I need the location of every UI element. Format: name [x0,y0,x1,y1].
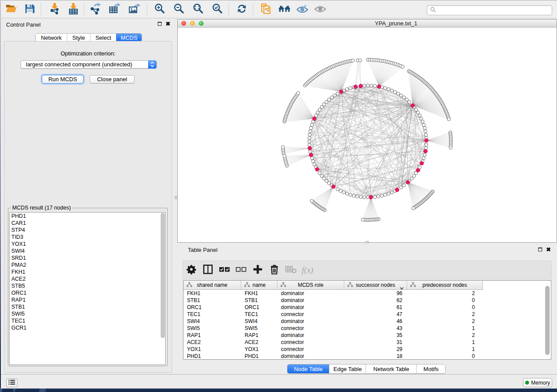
cell-mcds_role[interactable]: dominator [281,297,304,303]
table-row[interactable]: RAP1RAP1dominator352 [183,332,551,339]
show-all-button[interactable] [313,3,327,16]
column-header-shared-name[interactable]: shared name [183,281,241,289]
ring-node[interactable] [320,174,323,177]
leaf-node[interactable] [401,65,404,68]
mcds-hub-node[interactable] [308,146,312,150]
mcds-hub-node[interactable] [369,196,373,199]
float-table-panel-icon[interactable] [538,248,542,251]
cell-mcds_role[interactable]: dominator [281,332,304,338]
window-minimize-icon[interactable] [190,21,195,26]
ring-node[interactable] [387,192,390,195]
import-network-button[interactable] [48,3,62,16]
window-maximize-icon[interactable] [199,21,204,26]
close-panel-icon[interactable]: ✖ [166,22,170,26]
memory-button[interactable]: Memory [523,378,552,387]
run-mcds-button[interactable]: Run MCDS [42,75,83,83]
ring-node[interactable] [424,133,427,136]
cell-mcds_role[interactable]: connector [281,325,304,331]
ring-node[interactable] [363,196,366,199]
cell-name[interactable]: ORC1 [245,304,259,310]
leaf-node[interactable] [361,218,364,221]
mcds-result-item[interactable]: PHD1 [10,213,165,220]
delete-column-button[interactable] [269,265,280,276]
zoom-fit-button[interactable] [191,3,205,16]
ring-node[interactable] [311,160,315,163]
cell-shared_name[interactable]: ACE2 [187,339,201,345]
ring-node[interactable] [346,192,349,195]
table-row[interactable]: YOX1YOX1connector291 [183,346,551,353]
mcds-result-item[interactable]: ACE2 [10,275,165,282]
cell-name[interactable]: FKH1 [245,290,258,296]
cell-successor_nodes[interactable]: 47 [397,311,402,317]
tab-motifs[interactable]: Motifs [416,364,445,373]
ring-node[interactable] [390,89,393,92]
cell-predecessor_nodes[interactable]: 2 [472,290,475,296]
mcds-list-scrollbar[interactable] [161,213,165,338]
ring-node[interactable] [422,123,425,126]
mcds-result-item[interactable]: STB5 [10,282,165,289]
table-row[interactable]: SWI4SWI4dominator462 [183,318,551,325]
leaf-node[interactable] [447,118,450,121]
ring-node[interactable] [356,195,359,198]
ring-node[interactable] [309,150,312,153]
leaf-node[interactable] [412,206,415,210]
cell-predecessor_nodes[interactable]: 1 [472,325,475,331]
export-table-button[interactable] [107,3,121,16]
mcds-hub-node[interactable] [312,117,316,121]
ring-node[interactable] [424,130,427,133]
leaf-node[interactable] [351,59,354,62]
ring-node[interactable] [410,177,413,180]
mcds-result-item[interactable]: CAR1 [10,220,165,227]
mcds-result-item[interactable]: SWI4 [10,248,165,254]
mcds-result-item[interactable]: STP4 [10,227,165,234]
ring-node[interactable] [370,84,373,87]
ring-node[interactable] [313,163,316,166]
cell-successor_nodes[interactable]: 29 [397,346,402,352]
mcds-result-item[interactable]: STB1 [10,303,165,310]
mcds-result-item[interactable]: YOX1 [10,241,165,248]
cell-successor_nodes[interactable]: 62 [397,297,402,303]
tab-select[interactable]: Select [90,34,116,41]
mcds-result-item[interactable]: PMA2 [10,261,165,268]
cell-predecessor_nodes[interactable]: 1 [472,339,475,345]
cell-predecessor_nodes[interactable]: 1 [472,346,475,352]
cell-name[interactable]: ACE2 [245,339,258,345]
tab-edge-table[interactable]: Edge Table [329,364,366,373]
ring-node[interactable] [384,86,387,89]
ring-node[interactable] [363,84,366,87]
ring-node[interactable] [374,84,377,87]
cell-mcds_role[interactable]: dominator [281,318,304,324]
cell-predecessor_nodes[interactable]: 2 [472,332,475,338]
ring-node[interactable] [349,193,352,196]
cell-mcds_role[interactable]: dominator [281,353,304,359]
ring-node[interactable] [366,84,369,87]
cell-mcds_role[interactable]: connector [281,339,304,345]
table-row[interactable]: SWI5SWI5connector431 [183,325,551,332]
ring-node[interactable] [377,195,380,198]
float-panel-icon[interactable] [158,22,162,26]
vertical-splitter[interactable] [174,19,177,374]
cell-mcds_role[interactable]: connector [281,346,304,352]
first-neighbors-button[interactable] [277,3,291,16]
ring-node[interactable] [402,184,405,187]
ring-node[interactable] [399,186,402,189]
mcds-hub-node[interactable] [420,162,424,165]
leaf-node[interactable] [283,155,286,158]
mcds-hub-node[interactable] [377,85,381,89]
add-column-button[interactable] [252,265,263,276]
mcds-hub-node[interactable] [359,84,363,88]
column-header-MCDS-role[interactable]: MCDS role [277,281,344,289]
ring-node[interactable] [423,153,426,156]
ring-node[interactable] [421,120,424,123]
tab-network-table[interactable]: Network Table [366,364,416,373]
show-panels-button[interactable] [6,378,17,387]
ring-node[interactable] [397,92,400,95]
ring-node[interactable] [310,123,313,126]
mcds-hub-node[interactable] [339,90,343,94]
show-columns-button[interactable] [202,265,214,276]
mcds-result-item[interactable]: GCR1 [10,324,165,331]
ring-node[interactable] [423,127,426,130]
leaf-node[interactable] [281,145,284,148]
cell-predecessor_nodes[interactable]: 2 [472,318,475,324]
ring-node[interactable] [336,188,339,191]
